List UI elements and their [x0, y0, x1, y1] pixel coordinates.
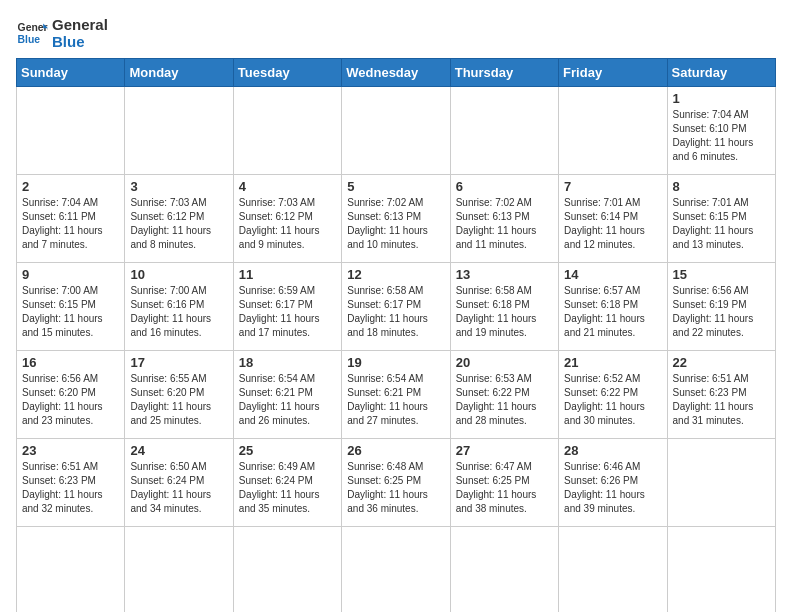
calendar-cell: 4 Sunrise: 7:03 AMSunset: 6:12 PMDayligh… — [233, 175, 341, 263]
day-info: Sunrise: 7:04 AMSunset: 6:10 PMDaylight:… — [673, 109, 754, 162]
day-info: Sunrise: 6:46 AMSunset: 6:26 PMDaylight:… — [564, 461, 645, 514]
day-info: Sunrise: 7:01 AMSunset: 6:15 PMDaylight:… — [673, 197, 754, 250]
calendar-cell — [17, 527, 125, 613]
day-info: Sunrise: 7:00 AMSunset: 6:16 PMDaylight:… — [130, 285, 211, 338]
day-number: 20 — [456, 355, 553, 370]
calendar-cell — [233, 87, 341, 175]
calendar-cell: 15 Sunrise: 6:56 AMSunset: 6:19 PMDaylig… — [667, 263, 775, 351]
logo: General Blue General Blue — [16, 16, 108, 50]
day-number: 10 — [130, 267, 227, 282]
day-info: Sunrise: 6:54 AMSunset: 6:21 PMDaylight:… — [347, 373, 428, 426]
day-info: Sunrise: 6:51 AMSunset: 6:23 PMDaylight:… — [673, 373, 754, 426]
weekday-header: Friday — [559, 59, 667, 87]
day-info: Sunrise: 6:56 AMSunset: 6:19 PMDaylight:… — [673, 285, 754, 338]
calendar-cell: 5 Sunrise: 7:02 AMSunset: 6:13 PMDayligh… — [342, 175, 450, 263]
day-info: Sunrise: 6:49 AMSunset: 6:24 PMDaylight:… — [239, 461, 320, 514]
day-number: 14 — [564, 267, 661, 282]
calendar-row: 2 Sunrise: 7:04 AMSunset: 6:11 PMDayligh… — [17, 175, 776, 263]
calendar-cell: 6 Sunrise: 7:02 AMSunset: 6:13 PMDayligh… — [450, 175, 558, 263]
calendar-row: 1 Sunrise: 7:04 AMSunset: 6:10 PMDayligh… — [17, 87, 776, 175]
day-info: Sunrise: 6:58 AMSunset: 6:17 PMDaylight:… — [347, 285, 428, 338]
calendar-cell: 20 Sunrise: 6:53 AMSunset: 6:22 PMDaylig… — [450, 351, 558, 439]
logo-general-text: General — [52, 16, 108, 33]
day-number: 27 — [456, 443, 553, 458]
day-info: Sunrise: 6:54 AMSunset: 6:21 PMDaylight:… — [239, 373, 320, 426]
calendar-cell: 17 Sunrise: 6:55 AMSunset: 6:20 PMDaylig… — [125, 351, 233, 439]
calendar-table: SundayMondayTuesdayWednesdayThursdayFrid… — [16, 58, 776, 612]
day-number: 2 — [22, 179, 119, 194]
page-header: General Blue General Blue — [16, 16, 776, 50]
calendar-cell: 2 Sunrise: 7:04 AMSunset: 6:11 PMDayligh… — [17, 175, 125, 263]
calendar-cell — [125, 527, 233, 613]
day-info: Sunrise: 6:50 AMSunset: 6:24 PMDaylight:… — [130, 461, 211, 514]
calendar-cell: 10 Sunrise: 7:00 AMSunset: 6:16 PMDaylig… — [125, 263, 233, 351]
day-number: 5 — [347, 179, 444, 194]
calendar-cell: 7 Sunrise: 7:01 AMSunset: 6:14 PMDayligh… — [559, 175, 667, 263]
calendar-cell — [17, 87, 125, 175]
calendar-cell: 16 Sunrise: 6:56 AMSunset: 6:20 PMDaylig… — [17, 351, 125, 439]
day-number: 16 — [22, 355, 119, 370]
day-number: 4 — [239, 179, 336, 194]
weekday-header-row: SundayMondayTuesdayWednesdayThursdayFrid… — [17, 59, 776, 87]
day-info: Sunrise: 6:55 AMSunset: 6:20 PMDaylight:… — [130, 373, 211, 426]
calendar-cell: 25 Sunrise: 6:49 AMSunset: 6:24 PMDaylig… — [233, 439, 341, 527]
day-number: 18 — [239, 355, 336, 370]
day-number: 13 — [456, 267, 553, 282]
svg-text:Blue: Blue — [18, 34, 41, 45]
day-number: 15 — [673, 267, 770, 282]
weekday-header: Tuesday — [233, 59, 341, 87]
calendar-cell — [559, 527, 667, 613]
day-number: 8 — [673, 179, 770, 194]
calendar-cell: 26 Sunrise: 6:48 AMSunset: 6:25 PMDaylig… — [342, 439, 450, 527]
calendar-cell — [342, 527, 450, 613]
weekday-header: Sunday — [17, 59, 125, 87]
day-number: 26 — [347, 443, 444, 458]
calendar-cell — [342, 87, 450, 175]
calendar-cell: 13 Sunrise: 6:58 AMSunset: 6:18 PMDaylig… — [450, 263, 558, 351]
day-info: Sunrise: 7:00 AMSunset: 6:15 PMDaylight:… — [22, 285, 103, 338]
calendar-cell — [233, 527, 341, 613]
day-number: 6 — [456, 179, 553, 194]
day-number: 3 — [130, 179, 227, 194]
calendar-row: 16 Sunrise: 6:56 AMSunset: 6:20 PMDaylig… — [17, 351, 776, 439]
day-number: 22 — [673, 355, 770, 370]
calendar-cell: 22 Sunrise: 6:51 AMSunset: 6:23 PMDaylig… — [667, 351, 775, 439]
logo-icon: General Blue — [16, 17, 48, 49]
calendar-cell — [667, 439, 775, 527]
day-info: Sunrise: 7:03 AMSunset: 6:12 PMDaylight:… — [239, 197, 320, 250]
day-info: Sunrise: 6:59 AMSunset: 6:17 PMDaylight:… — [239, 285, 320, 338]
calendar-cell: 11 Sunrise: 6:59 AMSunset: 6:17 PMDaylig… — [233, 263, 341, 351]
day-number: 7 — [564, 179, 661, 194]
calendar-cell: 9 Sunrise: 7:00 AMSunset: 6:15 PMDayligh… — [17, 263, 125, 351]
calendar-cell: 24 Sunrise: 6:50 AMSunset: 6:24 PMDaylig… — [125, 439, 233, 527]
day-info: Sunrise: 6:47 AMSunset: 6:25 PMDaylight:… — [456, 461, 537, 514]
weekday-header: Thursday — [450, 59, 558, 87]
day-number: 21 — [564, 355, 661, 370]
calendar-cell: 8 Sunrise: 7:01 AMSunset: 6:15 PMDayligh… — [667, 175, 775, 263]
day-info: Sunrise: 7:03 AMSunset: 6:12 PMDaylight:… — [130, 197, 211, 250]
day-info: Sunrise: 6:57 AMSunset: 6:18 PMDaylight:… — [564, 285, 645, 338]
calendar-row — [17, 527, 776, 613]
calendar-cell: 28 Sunrise: 6:46 AMSunset: 6:26 PMDaylig… — [559, 439, 667, 527]
calendar-cell: 18 Sunrise: 6:54 AMSunset: 6:21 PMDaylig… — [233, 351, 341, 439]
day-number: 11 — [239, 267, 336, 282]
day-number: 19 — [347, 355, 444, 370]
day-info: Sunrise: 6:52 AMSunset: 6:22 PMDaylight:… — [564, 373, 645, 426]
day-number: 12 — [347, 267, 444, 282]
calendar-cell: 1 Sunrise: 7:04 AMSunset: 6:10 PMDayligh… — [667, 87, 775, 175]
calendar-cell: 27 Sunrise: 6:47 AMSunset: 6:25 PMDaylig… — [450, 439, 558, 527]
calendar-cell — [450, 87, 558, 175]
day-number: 1 — [673, 91, 770, 106]
calendar-cell: 12 Sunrise: 6:58 AMSunset: 6:17 PMDaylig… — [342, 263, 450, 351]
calendar-cell — [450, 527, 558, 613]
day-info: Sunrise: 7:02 AMSunset: 6:13 PMDaylight:… — [456, 197, 537, 250]
day-info: Sunrise: 6:56 AMSunset: 6:20 PMDaylight:… — [22, 373, 103, 426]
day-info: Sunrise: 7:04 AMSunset: 6:11 PMDaylight:… — [22, 197, 103, 250]
day-info: Sunrise: 6:58 AMSunset: 6:18 PMDaylight:… — [456, 285, 537, 338]
calendar-cell: 23 Sunrise: 6:51 AMSunset: 6:23 PMDaylig… — [17, 439, 125, 527]
weekday-header: Monday — [125, 59, 233, 87]
day-number: 25 — [239, 443, 336, 458]
day-number: 28 — [564, 443, 661, 458]
day-info: Sunrise: 6:53 AMSunset: 6:22 PMDaylight:… — [456, 373, 537, 426]
day-info: Sunrise: 6:48 AMSunset: 6:25 PMDaylight:… — [347, 461, 428, 514]
